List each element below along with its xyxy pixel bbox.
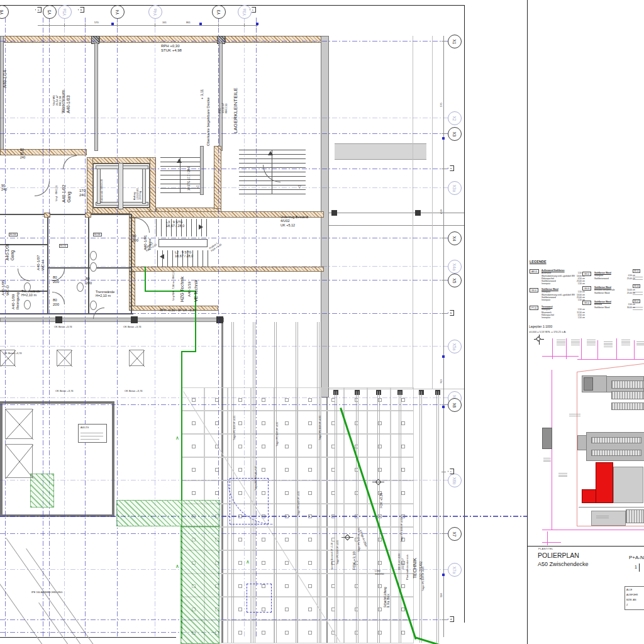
room-label: A40-1/07 WC-H: [36, 255, 45, 270]
green-arrow: ∧: [246, 559, 250, 565]
grid-line-horizontal: [0, 480, 450, 480]
beam-note: IPE 160 AUSWECHSLUNG: [31, 591, 62, 594]
ceiling-diffuser: [285, 421, 289, 425]
grid-bubble-Y3a: Y3a: [238, 5, 252, 19]
ceiling-panel: [321, 411, 344, 434]
grid-bubble-Y4a: Y4a: [148, 5, 162, 19]
legend-block-AW01: AW 01Außenwand StahlbetonAußenputz1,50 c…: [530, 269, 585, 285]
grid-line-horizontal: [0, 313, 450, 314]
stair-tread: [160, 192, 200, 193]
grid-line-horizontal: [0, 238, 450, 238]
site-parking: [611, 402, 644, 410]
ceiling-diffuser: [238, 561, 242, 565]
beam-note: L160 100/150: [375, 570, 384, 575]
ceiling-panel: [204, 457, 228, 480]
stair-arrow: [199, 225, 203, 230]
beam-label: Träger IPE 160 UK +4,05: [422, 567, 425, 591]
cross-brace: [5, 409, 33, 439]
wall: [94, 43, 98, 151]
ceiling-diffuser: [308, 398, 312, 402]
beam-label: Träger IPE 160 UK +4,05: [297, 491, 300, 516]
ceiling-diffuser: [238, 421, 242, 425]
legend-block-IW01: IW 01Stahlbeton WandInnenputz1,50 cmWärm…: [530, 288, 585, 301]
ceiling-panel: [274, 574, 297, 597]
legend-thickness: 1,50 cm: [578, 282, 585, 285]
beam-note: Unterzug Bestand 4/U02 UK +5,12: [280, 215, 308, 227]
ceiling-diffuser: [285, 561, 289, 565]
panel-divider: [527, 0, 528, 644]
ceiling-diffuser: [192, 445, 196, 448]
cross-brace: [129, 350, 144, 366]
note: Oberkante begehbare Decke: [206, 97, 211, 146]
legend-thickness: 25,00 cm: [627, 292, 635, 294]
plan-shape: [542, 542, 561, 543]
ceiling-panel: [391, 411, 414, 434]
site-annotation-bar: [587, 345, 596, 345]
legend-material: Stahlbeton Wand: [594, 306, 627, 309]
legend-heading: LEGENDE: [530, 260, 547, 264]
grid-bubble-X3a: X3a: [448, 181, 462, 195]
legend-code: IW 03: [582, 286, 591, 291]
grid-bubble-label: X3: [452, 131, 457, 136]
ceiling-diffuser: [401, 631, 405, 635]
ceiling-panel: [321, 434, 344, 457]
beam-label: Träger IPE 160 UK +4,05: [233, 416, 236, 440]
legend-block-IW04: IW 04Stahlbeton WandBestand2,00 cmStahlb…: [582, 301, 635, 309]
ceiling-diffuser: [308, 608, 312, 611]
ceiling-panel: [321, 457, 344, 480]
site-annotation-bar: [596, 518, 609, 518]
ceiling-diffuser: [401, 491, 405, 495]
grid-line-vertical: [155, 18, 155, 638]
ceiling-diffuser: [238, 445, 242, 448]
stair-tread: [239, 189, 306, 190]
beam-label: Träger IPE 160 UK +4,05: [336, 540, 339, 565]
plan-shape: [38, 25, 258, 26]
ceiling-diffuser: [262, 538, 265, 541]
plan-shape: [579, 507, 644, 508]
plan-shape: [372, 482, 384, 482]
ceiling-diffuser: [238, 608, 242, 611]
plan-shape: [591, 511, 626, 526]
siteplan-datum: ±0,000 = 5,53 W.N. = 174,21 ü.A.: [529, 330, 566, 333]
ceiling-diffuser: [401, 398, 405, 402]
room-label: HZG Technik: [180, 277, 185, 302]
grid-bubble-label: X6b: [452, 477, 457, 484]
green-route: [145, 267, 146, 292]
legend-row: Stahlbetonwand25,00 cm: [594, 277, 635, 280]
elevator-wall: [87, 157, 93, 214]
parcel-line: [542, 530, 644, 530]
plan-line: [577, 364, 644, 372]
grid-bubble-X7: X7: [448, 527, 462, 541]
ceiling-diffuser: [238, 631, 242, 635]
grid-line-horizontal: [0, 133, 450, 134]
steel-beam: [356, 391, 358, 643]
ceiling-panel: [181, 411, 204, 434]
legend-material: Innenputz: [541, 282, 578, 285]
plan-shape: [441, 41, 446, 42]
logo-number: 1: [635, 565, 637, 569]
room-info: Vinyl W3 26,54 m² RH 2,58: [53, 95, 62, 106]
ceiling-panel: [274, 457, 297, 480]
dimension-marker: [442, 137, 445, 140]
stair-tread: [167, 250, 168, 267]
site-annotation-bar: [621, 340, 630, 340]
legend-material: Innenputz: [541, 316, 578, 319]
dimension-marker: [442, 574, 445, 576]
ceiling-diffuser: [262, 468, 265, 472]
stair-direction: ▽: [196, 185, 199, 189]
grid-bubble-X4: X4: [448, 231, 462, 245]
ceiling-diffuser: [308, 421, 312, 425]
grid-bubble-label: Y3a: [242, 8, 247, 16]
stair-tread: [161, 219, 162, 236]
column: [216, 316, 223, 323]
parcel-line: [577, 359, 644, 360]
door-swing-arc: [135, 218, 150, 233]
sheet-right-border: [464, 5, 465, 623]
grid-bubble-X2: X2: [448, 111, 462, 125]
grid-bubble-Y3: Y3: [212, 5, 226, 19]
dimension-marker: [199, 23, 202, 25]
micro-text-bar: [633, 294, 643, 295]
micro-text-bar: [80, 433, 103, 433]
plan-shape: [117, 23, 118, 27]
level-note: FOK +3,10: [352, 552, 357, 570]
